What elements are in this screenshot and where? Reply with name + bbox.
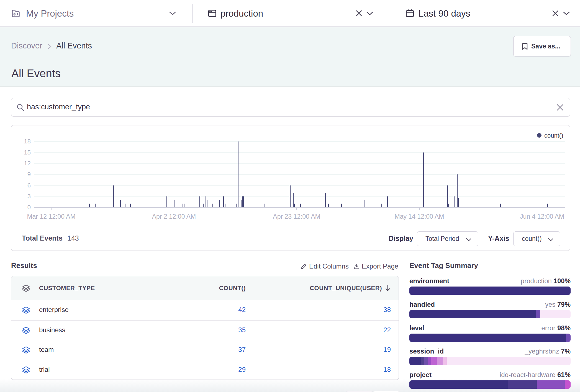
- svg-text:0: 0: [27, 204, 31, 211]
- svg-text:18: 18: [24, 138, 31, 145]
- svg-text:Apr 2 12:00 AM: Apr 2 12:00 AM: [152, 213, 196, 220]
- svg-text:6: 6: [27, 182, 31, 189]
- svg-text:15: 15: [24, 149, 31, 156]
- svg-text:May 14 12:00 AM: May 14 12:00 AM: [395, 213, 444, 220]
- svg-text:Apr 23 12:00 AM: Apr 23 12:00 AM: [273, 213, 320, 220]
- svg-text:Jun 4 12:00 AM: Jun 4 12:00 AM: [520, 213, 564, 220]
- svg-text:12: 12: [24, 160, 31, 167]
- svg-text:3: 3: [27, 193, 31, 200]
- svg-text:count(): count(): [544, 132, 563, 139]
- svg-text:Mar 12 12:00 AM: Mar 12 12:00 AM: [27, 213, 75, 220]
- svg-text:9: 9: [27, 171, 31, 178]
